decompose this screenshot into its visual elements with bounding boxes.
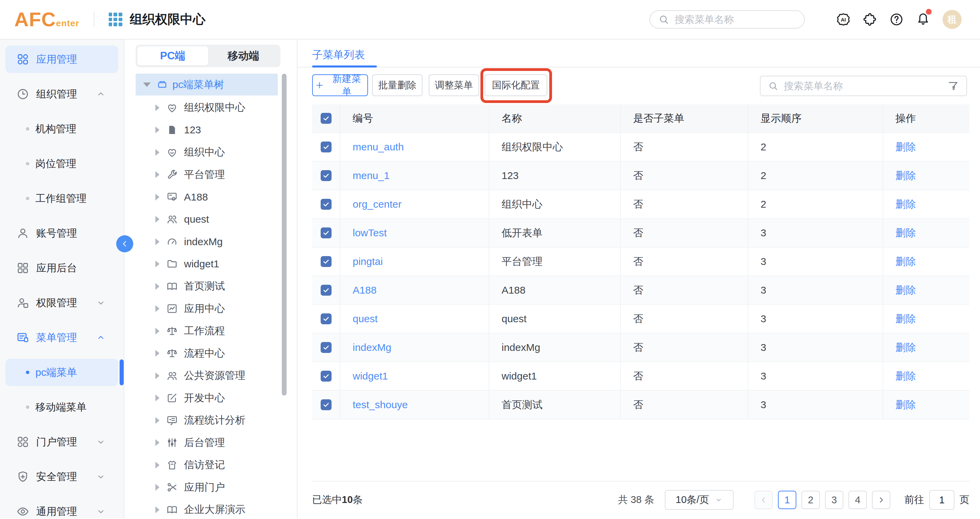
sidebar-item-1[interactable]: 组织管理	[0, 77, 124, 112]
table-search-input[interactable]	[783, 80, 947, 92]
caret-right-icon[interactable]	[155, 126, 159, 133]
sidebar-item-5[interactable]: 账号管理	[0, 216, 124, 251]
sidebar-item-3[interactable]: 岗位管理	[0, 146, 124, 181]
row-code-link[interactable]: test_shouye	[353, 399, 408, 410]
tree-item-5[interactable]: quest	[135, 208, 282, 231]
row-checkbox-cell[interactable]	[312, 334, 340, 361]
row-checkbox-cell[interactable]	[312, 391, 340, 419]
row-code-link[interactable]: widget1	[353, 370, 388, 382]
checkbox-checked[interactable]	[321, 399, 332, 410]
caret-right-icon[interactable]	[155, 216, 159, 223]
checkbox-checked[interactable]	[321, 285, 332, 295]
row-delete-link[interactable]: 删除	[896, 283, 916, 297]
row-checkbox-cell[interactable]	[312, 305, 340, 333]
caret-right-icon[interactable]	[155, 506, 159, 513]
row-checkbox-cell[interactable]	[312, 190, 340, 218]
goto-page-input[interactable]	[929, 490, 955, 510]
row-checkbox-cell[interactable]	[312, 219, 340, 247]
row-code-link[interactable]: org_center	[353, 198, 401, 210]
checkbox-checked[interactable]	[321, 113, 332, 124]
sidebar-item-10[interactable]: 移动端菜单	[0, 390, 124, 425]
checkbox-checked[interactable]	[321, 142, 332, 152]
tree-scrollbar[interactable]	[282, 73, 286, 396]
caret-right-icon[interactable]	[155, 104, 159, 111]
row-code-link[interactable]: lowTest	[353, 227, 387, 239]
help-icon[interactable]	[889, 12, 904, 27]
tab-mobile[interactable]: 移动端	[208, 46, 279, 65]
tree-item-16[interactable]: 信访登记	[135, 454, 282, 476]
checkbox-checked[interactable]	[321, 170, 332, 181]
row-delete-link[interactable]: 删除	[896, 255, 916, 269]
row-checkbox-cell[interactable]	[312, 248, 340, 276]
global-search[interactable]	[649, 10, 805, 29]
checkbox-checked[interactable]	[321, 199, 332, 210]
row-checkbox-cell[interactable]	[312, 276, 340, 304]
sidebar-item-11[interactable]: 门户管理	[0, 425, 124, 459]
sidebar-item-4[interactable]: 工作组管理	[0, 181, 124, 216]
page-button-3[interactable]: 3	[825, 491, 843, 509]
sidebar-item-7[interactable]: 权限管理	[0, 286, 124, 320]
i18n-config-button[interactable]: 国际化配置	[485, 74, 547, 96]
adjust-menu-button[interactable]: 调整菜单	[429, 74, 479, 96]
page-size-select[interactable]: 10条/页	[665, 490, 733, 510]
row-delete-link[interactable]: 删除	[896, 369, 916, 383]
sidebar-item-0[interactable]: 应用管理	[0, 42, 124, 77]
row-checkbox-cell[interactable]	[312, 362, 340, 390]
tree-item-13[interactable]: 开发中心	[135, 387, 282, 410]
tree-item-4[interactable]: A188	[135, 186, 282, 208]
checkbox-checked[interactable]	[321, 313, 332, 324]
tree-item-3[interactable]: 平台管理	[135, 164, 282, 186]
checkbox-checked[interactable]	[321, 370, 332, 382]
page-button-4[interactable]: 4	[848, 491, 867, 509]
checkbox-checked[interactable]	[321, 227, 332, 238]
sidebar-item-12[interactable]: 安全管理	[0, 459, 124, 494]
row-code-link[interactable]: pingtai	[353, 256, 383, 267]
tree-item-7[interactable]: widget1	[135, 253, 282, 276]
caret-down-icon[interactable]	[143, 83, 151, 87]
tree-item-1[interactable]: 123	[135, 119, 282, 142]
tab-pc[interactable]: PC端	[137, 46, 208, 65]
row-delete-link[interactable]: 删除	[896, 398, 916, 412]
caret-right-icon[interactable]	[155, 439, 159, 446]
create-menu-button[interactable]: 新建菜单	[312, 74, 368, 96]
tree-item-0[interactable]: 组织权限中心	[135, 96, 282, 119]
row-delete-link[interactable]: 删除	[896, 226, 916, 240]
row-delete-link[interactable]: 删除	[896, 198, 916, 211]
plugin-icon[interactable]	[863, 12, 877, 27]
sidebar-item-2[interactable]: 机构管理	[0, 112, 124, 146]
caret-right-icon[interactable]	[155, 283, 159, 290]
caret-right-icon[interactable]	[155, 328, 159, 335]
next-page-button[interactable]	[872, 491, 890, 509]
page-button-2[interactable]: 2	[802, 491, 820, 509]
row-delete-link[interactable]: 删除	[896, 312, 916, 326]
prev-page-button[interactable]	[754, 491, 773, 509]
global-search-input[interactable]	[674, 14, 796, 26]
sidebar-item-9[interactable]: pc端菜单	[0, 355, 124, 390]
row-code-link[interactable]: menu_auth	[353, 141, 404, 153]
tree-item-2[interactable]: 组织中心	[135, 141, 282, 164]
notification-bell[interactable]	[916, 11, 930, 27]
tree-item-6[interactable]: indexMg	[135, 230, 282, 253]
row-code-link[interactable]: quest	[353, 313, 377, 325]
tree-root-node[interactable]: pc端菜单树	[135, 73, 278, 96]
checkbox-checked[interactable]	[321, 342, 332, 353]
tree-item-10[interactable]: 工作流程	[135, 320, 282, 342]
tree-item-9[interactable]: 应用中心	[135, 298, 282, 320]
row-code-link[interactable]: indexMg	[353, 342, 391, 353]
tree-item-18[interactable]: 企业大屏演示	[135, 498, 282, 519]
table-search[interactable]	[760, 76, 967, 96]
row-checkbox-cell[interactable]	[312, 161, 340, 190]
filter-funnel-icon[interactable]	[947, 80, 959, 92]
caret-right-icon[interactable]	[155, 372, 159, 379]
caret-right-icon[interactable]	[155, 484, 159, 491]
caret-right-icon[interactable]	[155, 171, 159, 178]
caret-right-icon[interactable]	[155, 462, 159, 468]
row-checkbox-cell[interactable]	[312, 133, 340, 161]
checkbox-checked[interactable]	[321, 256, 332, 267]
tree-item-8[interactable]: 首页测试	[135, 275, 282, 298]
caret-right-icon[interactable]	[155, 194, 159, 201]
batch-delete-button[interactable]: 批量删除	[372, 74, 423, 96]
caret-right-icon[interactable]	[155, 394, 159, 401]
header-select-all[interactable]	[312, 104, 340, 132]
tree-item-14[interactable]: 流程统计分析	[135, 409, 282, 432]
